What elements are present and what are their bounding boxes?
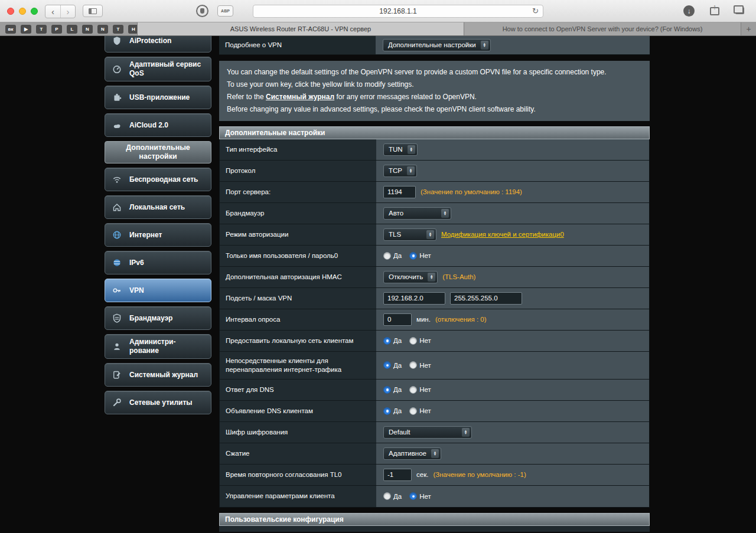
vpn-subnet-input[interactable]	[383, 292, 445, 305]
description-line: To use your own key, click the yellow li…	[227, 79, 642, 91]
row-label: Непосредственные клиенты для перенаправл…	[220, 352, 376, 379]
new-tab-button[interactable]: +	[741, 22, 756, 35]
description-line: You can change the default settings of t…	[227, 66, 642, 79]
tab-router-admin[interactable]: ASUS Wireless Router RT-AC68U - VPN серв…	[137, 22, 464, 35]
table-row: Время повторного согласования TL0 сек. (…	[220, 465, 649, 486]
radio-yes[interactable]	[383, 492, 391, 500]
protocol-select[interactable]: TCP	[383, 165, 417, 177]
sidebar-item-firewall[interactable]: Брандмауэр	[105, 306, 211, 330]
hmac-auth-select[interactable]: Отключить	[383, 271, 438, 283]
radio-yes[interactable]	[383, 361, 391, 369]
table-row: Управление параметрами клиента Да Нет	[220, 486, 649, 507]
minimize-button[interactable]	[19, 8, 26, 15]
row-label: Брандмауэр	[220, 203, 376, 224]
sidebar-item-internet[interactable]: Интернет	[105, 223, 211, 247]
vpn-mask-input[interactable]	[450, 292, 522, 305]
row-label: Предоставить локальную сеть клиентам	[220, 331, 376, 351]
row-label: Тип интерфейса	[220, 139, 376, 160]
bookmark-t[interactable]: T	[36, 25, 47, 34]
table-row: Протокол TCP	[220, 161, 649, 182]
wifi-icon	[109, 172, 125, 187]
radio-no[interactable]	[409, 386, 417, 394]
radio-yes[interactable]	[383, 407, 391, 415]
sidebar-item-network-tools[interactable]: Сетевые утилиты	[105, 391, 211, 414]
auth-mode-select[interactable]: TLS	[383, 228, 436, 241]
back-button[interactable]: ‹	[45, 5, 60, 18]
adblock-badge[interactable]: ABP	[217, 5, 233, 17]
dns-response-radio[interactable]: Да Нет	[383, 386, 436, 394]
server-port-input[interactable]	[383, 186, 416, 198]
tab-openvpn-help[interactable]: How to connect to OpenVPN Server with yo…	[464, 22, 741, 35]
poll-interval-input[interactable]	[383, 313, 412, 326]
row-label: Шифр шифрования	[220, 422, 376, 443]
downloads-icon[interactable]	[683, 5, 695, 17]
vpn-details-select[interactable]: Дополнительные настройки	[383, 39, 491, 51]
share-icon[interactable]: ↑	[710, 7, 719, 15]
interface-type-select[interactable]: TUN	[383, 143, 418, 156]
forward-button[interactable]: ›	[60, 5, 75, 18]
firewall-shield-icon	[109, 310, 125, 326]
sidebar-item-usb-app[interactable]: USB-приложение	[105, 86, 211, 109]
dns-advertise-radio[interactable]: Да Нет	[383, 407, 436, 415]
radio-no[interactable]	[409, 407, 417, 415]
radio-no[interactable]	[409, 361, 417, 369]
sidebar-item-aiprotection[interactable]: AiProtection	[105, 36, 211, 53]
vpn-settings-panel: Подробнее о VPN Дополнительные настройки…	[219, 36, 650, 532]
table-row: Предоставить локальную сеть клиентам Да …	[220, 331, 649, 352]
sidebar-icon	[89, 8, 97, 14]
sidebar-toggle-button[interactable]	[83, 5, 103, 17]
bookmark-l[interactable]: L	[67, 25, 77, 34]
sidebar-item-vpn[interactable]: VPN	[105, 279, 211, 302]
firewall-select[interactable]: Авто	[383, 207, 451, 220]
bookmark-t2[interactable]: T	[113, 25, 123, 34]
select-stepper-icon	[481, 41, 488, 50]
radio-yes[interactable]	[383, 252, 391, 260]
sidebar-item-aicloud[interactable]: AiCloud 2.0	[105, 113, 211, 137]
bookmark-n2[interactable]: N	[97, 25, 108, 34]
table-row: Ответ для DNS Да Нет	[220, 380, 649, 401]
table-row: Порт сервера: (Значение по умолчанию : 1…	[220, 182, 649, 203]
redirect-internet-radio[interactable]: Да Нет	[383, 361, 436, 369]
sidebar-item-ipv6[interactable]: IPv6	[105, 251, 211, 274]
select-stepper-icon	[431, 449, 439, 458]
radio-no[interactable]	[409, 492, 417, 500]
keys-certificates-link[interactable]: Модификация ключей и сертификаци0	[441, 231, 564, 238]
bookmark-vk[interactable]: вк	[5, 25, 16, 34]
sidebar-item-system-log[interactable]: Системный журнал	[105, 363, 211, 387]
settings-table: Тип интерфейса TUN Протокол TCP	[219, 139, 650, 508]
sidebar-item-administration[interactable]: Администри-рование	[105, 334, 211, 359]
table-row: Интервал опроса мин. (отключения : 0)	[220, 309, 649, 331]
manage-client-radio[interactable]: Да Нет	[383, 492, 436, 500]
sidebar-item-lan[interactable]: Локальная сеть	[105, 195, 211, 219]
sidebar-item-wireless[interactable]: Беспроводная сеть	[105, 168, 211, 191]
zoom-button[interactable]	[31, 8, 38, 15]
cipher-select[interactable]: Default	[383, 426, 472, 439]
tab-bar: вк ▶ T P L N N T H ASUS Wireless Router …	[0, 22, 756, 36]
bookmark-youtube[interactable]: ▶	[21, 25, 31, 34]
custom-configuration-area	[219, 526, 650, 532]
tab-overview-icon[interactable]	[735, 7, 744, 14]
browser-toolbar: ‹ › ABP 192.168.1.1 ↑	[0, 0, 756, 22]
address-bar[interactable]: 192.168.1.1	[253, 5, 543, 18]
close-button[interactable]	[7, 8, 14, 15]
bookmark-p[interactable]: P	[51, 25, 62, 34]
table-row: Шифр шифрования Default	[220, 422, 649, 443]
bookmark-n1[interactable]: N	[82, 25, 93, 34]
username-password-radio[interactable]: Да Нет	[383, 252, 436, 260]
system-log-link[interactable]: Системный журнал	[266, 93, 334, 101]
renegotiate-time-input[interactable]	[383, 469, 412, 481]
refresh-icon[interactable]	[532, 6, 539, 15]
sidebar-item-qos[interactable]: Адаптивный сервис QoS	[105, 57, 211, 81]
compression-select[interactable]: Адаптивное	[383, 447, 441, 460]
globe-icon	[109, 227, 125, 243]
house-icon	[109, 200, 125, 215]
row-label: Протокол	[220, 161, 376, 181]
radio-yes[interactable]	[383, 386, 391, 394]
wrench-icon	[109, 395, 125, 410]
radio-no[interactable]	[409, 337, 417, 345]
radio-yes[interactable]	[383, 337, 391, 345]
push-lan-radio[interactable]: Да Нет	[383, 337, 436, 345]
extension-shield-icon[interactable]	[196, 5, 208, 17]
table-row: Брандмауэр Авто	[220, 203, 649, 224]
radio-no[interactable]	[409, 252, 417, 260]
